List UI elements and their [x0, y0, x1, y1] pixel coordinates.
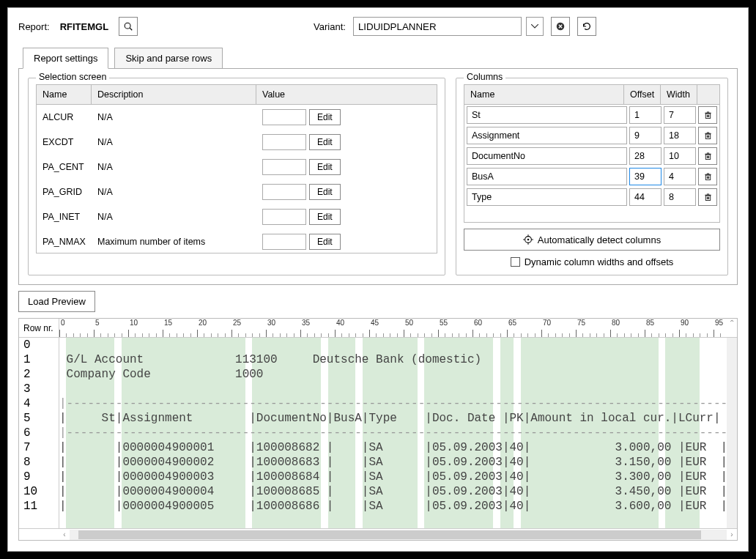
- sel-edit-button[interactable]: Edit: [309, 109, 341, 125]
- col-width-input[interactable]: [664, 188, 696, 206]
- sel-cell-name: ALCUR: [37, 109, 92, 125]
- row-number: 2: [19, 367, 59, 382]
- columns-row: [464, 105, 719, 125]
- preview-line: | |0000004900002 |100008683 | |SA |05.09…: [59, 455, 727, 470]
- columns-table: Name Offset Width: [464, 84, 720, 223]
- col-name-input[interactable]: [467, 127, 627, 144]
- sel-value-input[interactable]: [262, 109, 306, 125]
- tab-skip-parse[interactable]: Skip and parse rows: [114, 48, 223, 69]
- clear-variant-button[interactable]: [551, 17, 570, 36]
- col-offset-input[interactable]: [629, 188, 662, 206]
- sel-cell-name: PA_GRID: [37, 184, 92, 200]
- close-circle-icon: [555, 21, 566, 32]
- preview-line: Company Code 1000: [59, 367, 727, 382]
- ruler: 0510152025303540455055606570758085909510…: [59, 319, 727, 337]
- sel-cell-name: PA_NMAX: [37, 234, 92, 250]
- sel-edit-button[interactable]: Edit: [309, 134, 341, 150]
- scroll-up-arrow[interactable]: ⌃: [727, 319, 737, 337]
- col-name-input[interactable]: [467, 106, 627, 124]
- row-number-column: 01234567891011: [19, 338, 59, 528]
- col-width-input[interactable]: [664, 147, 696, 165]
- preview-body: 01234567891011 G/L Account 113100 Deutsc…: [19, 338, 737, 528]
- preview-line: | |0000004900001 |100008682 | |SA |05.09…: [59, 440, 727, 455]
- sel-value-input[interactable]: [262, 134, 306, 150]
- horizontal-scrollbar[interactable]: ‹ ›: [19, 528, 737, 540]
- col-delete-button[interactable]: [698, 106, 717, 124]
- row-number: 4: [19, 396, 59, 411]
- preview-line: [59, 382, 727, 396]
- selection-table: Name Description Value ALCURN/AEditEXCDT…: [36, 84, 437, 253]
- tab-report-settings[interactable]: Report settings: [23, 48, 108, 69]
- sel-cell-desc: Maximum number of items: [92, 234, 256, 250]
- rownr-header: Row nr.: [19, 319, 59, 337]
- sel-head-name: Name: [37, 85, 92, 104]
- variant-input[interactable]: [353, 17, 522, 36]
- sel-edit-button[interactable]: Edit: [309, 234, 341, 250]
- search-report-button[interactable]: [119, 17, 138, 36]
- sel-cell-name: EXCDT: [37, 134, 92, 150]
- sel-cell-desc: N/A: [92, 109, 256, 125]
- col-width-input[interactable]: [664, 127, 696, 144]
- trash-icon: [703, 152, 713, 161]
- report-name: RFITEMGL: [60, 21, 108, 32]
- preview-line: | |0000004900004 |100008685 | |SA |05.09…: [59, 484, 727, 499]
- sel-value-input[interactable]: [262, 184, 306, 200]
- selection-screen-group: Selection screen Name Description Value …: [28, 78, 445, 275]
- selection-row: PA_GRIDN/AEdit: [37, 179, 437, 204]
- sel-value-input[interactable]: [262, 234, 306, 250]
- variant-dropdown-button[interactable]: [526, 17, 544, 36]
- col-offset-input[interactable]: [629, 106, 662, 124]
- row-number: 0: [19, 338, 59, 352]
- selection-legend: Selection screen: [36, 72, 109, 82]
- selection-table-header: Name Description Value: [37, 85, 437, 105]
- sel-head-desc: Description: [92, 85, 256, 104]
- refresh-variant-button[interactable]: [577, 17, 596, 36]
- col-delete-button[interactable]: [698, 147, 717, 165]
- col-delete-button[interactable]: [698, 127, 717, 144]
- selection-row: EXCDTN/AEdit: [37, 130, 437, 155]
- col-offset-input[interactable]: [629, 127, 662, 144]
- svg-point-0: [125, 23, 130, 29]
- preview-text-area[interactable]: G/L Account 113100 Deutsche Bank (domest…: [59, 338, 727, 528]
- col-offset-input[interactable]: [629, 147, 662, 165]
- preview-line: | St|Assignment |DocumentNo|BusA|Type |D…: [59, 411, 727, 426]
- scroll-right-arrow[interactable]: ›: [727, 530, 737, 540]
- row-number: 5: [19, 411, 59, 426]
- row-number: 11: [19, 499, 59, 514]
- refresh-icon: [582, 21, 592, 32]
- sel-edit-button[interactable]: Edit: [309, 184, 341, 200]
- trash-icon: [703, 193, 713, 202]
- preview-line: G/L Account 113100 Deutsche Bank (domest…: [59, 352, 727, 367]
- sel-cell-desc: N/A: [92, 184, 256, 200]
- dynamic-widths-checkbox[interactable]: Dynamic column widths and offsets: [464, 256, 720, 267]
- preview-line: | |0000004900005 |100008686 | |SA |05.09…: [59, 499, 727, 514]
- sel-value-input[interactable]: [262, 159, 306, 175]
- chevron-down-icon: [531, 24, 538, 29]
- col-name-input[interactable]: [467, 168, 627, 185]
- sel-cell-name: PA_INET: [37, 209, 92, 225]
- vertical-scrollbar[interactable]: [727, 338, 737, 528]
- col-offset-input[interactable]: [629, 168, 662, 185]
- col-delete-button[interactable]: [698, 168, 717, 185]
- auto-detect-columns-button[interactable]: Automatically detect columns: [464, 229, 720, 251]
- tab-row: Report settings Skip and parse rows: [18, 48, 738, 69]
- columns-row: [464, 146, 719, 166]
- scroll-left-arrow[interactable]: ‹: [59, 530, 70, 540]
- col-name-input[interactable]: [467, 147, 627, 165]
- load-preview-button[interactable]: Load Preview: [18, 291, 95, 312]
- app-window: Report: RFITEMGL Variant: Report setting…: [7, 7, 749, 552]
- col-head-width: Width: [661, 85, 697, 104]
- selection-table-body[interactable]: ALCURN/AEditEXCDTN/AEditPA_CENTN/AEditPA…: [37, 105, 437, 253]
- col-width-input[interactable]: [664, 168, 696, 185]
- col-delete-button[interactable]: [698, 188, 717, 206]
- col-name-input[interactable]: [467, 188, 627, 206]
- columns-table-body[interactable]: [464, 105, 719, 222]
- tab-panel: Selection screen Name Description Value …: [18, 68, 738, 285]
- sel-edit-button[interactable]: Edit: [309, 209, 341, 225]
- sel-value-input[interactable]: [262, 209, 306, 225]
- columns-row: [464, 187, 719, 207]
- trash-icon: [703, 111, 713, 120]
- selection-row: ALCURN/AEdit: [37, 105, 437, 130]
- sel-edit-button[interactable]: Edit: [309, 159, 341, 175]
- col-width-input[interactable]: [664, 106, 696, 124]
